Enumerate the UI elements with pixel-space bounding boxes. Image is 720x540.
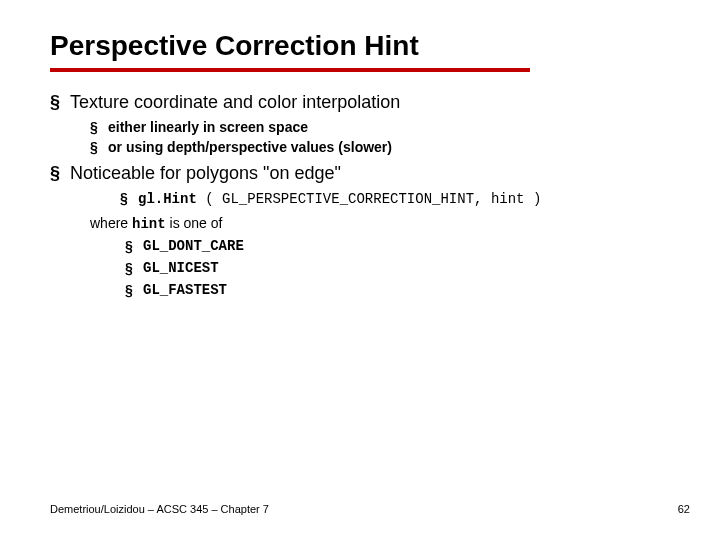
slide-title: Perspective Correction Hint: [50, 30, 670, 62]
where-pre: where: [90, 215, 132, 231]
bullet-1-text: Texture coordinate and color interpolati…: [70, 92, 400, 112]
hint-3: GL_FASTEST: [125, 282, 670, 298]
code-arg2: hint: [491, 191, 525, 207]
title-rule: [50, 68, 530, 72]
code-arg1: GL_PERSPECTIVE_CORRECTION_HINT: [222, 191, 474, 207]
bullet-2-text: Noticeable for polygons "on edge": [70, 163, 341, 183]
bullet-1-children: either linearly in screen space or using…: [90, 119, 670, 155]
bullet-1-2: or using depth/perspective values (slowe…: [90, 139, 670, 155]
bullet-1-1: either linearly in screen space: [90, 119, 670, 135]
footer-left: Demetriou/Loizidou – ACSC 345 – Chapter …: [50, 503, 269, 515]
code-open: (: [197, 191, 222, 207]
bullet-1: Texture coordinate and color interpolati…: [50, 92, 670, 155]
hint-list: GL_DONT_CARE GL_NICEST GL_FASTEST: [125, 238, 670, 298]
code-fn: gl.Hint: [138, 191, 197, 207]
code-sep: ,: [474, 191, 491, 207]
where-line: where hint is one of: [90, 215, 670, 232]
code-line: gl.Hint ( GL_PERSPECTIVE_CORRECTION_HINT…: [120, 190, 670, 207]
page-number: 62: [678, 503, 690, 515]
hint-2: GL_NICEST: [125, 260, 670, 276]
where-code: hint: [132, 216, 166, 232]
code-close: ): [525, 191, 542, 207]
bullet-2: Noticeable for polygons "on edge" gl.Hin…: [50, 163, 670, 298]
bullet-list: Texture coordinate and color interpolati…: [50, 92, 670, 298]
bullet-2-children: gl.Hint ( GL_PERSPECTIVE_CORRECTION_HINT…: [120, 190, 670, 207]
where-post: is one of: [166, 215, 223, 231]
hint-1: GL_DONT_CARE: [125, 238, 670, 254]
